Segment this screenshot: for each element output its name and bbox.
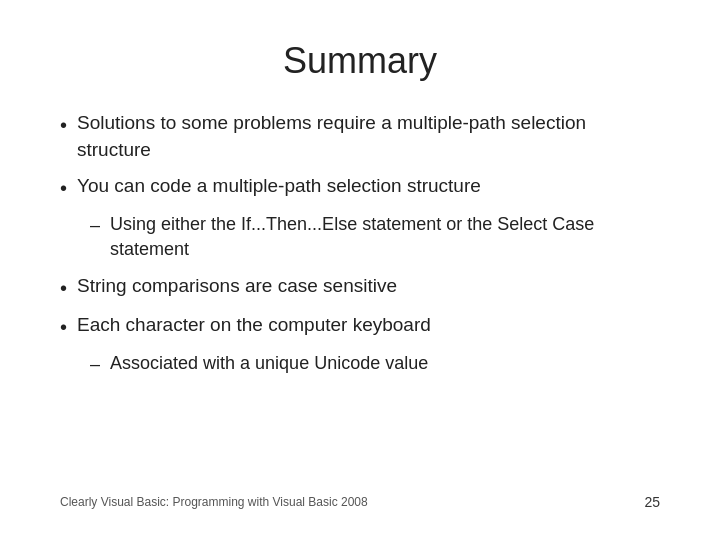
slide-footer: Clearly Visual Basic: Programming with V…: [60, 484, 660, 510]
sub-bullet-text-2: Associated with a unique Unicode value: [110, 351, 660, 376]
sub-bullet-item-2: – Associated with a unique Unicode value: [90, 351, 660, 377]
bullet-text-1: Solutions to some problems require a mul…: [77, 110, 660, 163]
sub-bullet-dash-2: –: [90, 352, 100, 377]
bullet-item-1: • Solutions to some problems require a m…: [60, 110, 660, 163]
bullet-dot-1: •: [60, 111, 67, 139]
bullet-dot-2: •: [60, 174, 67, 202]
bullet-dot-4: •: [60, 313, 67, 341]
bullet-text-4: Each character on the computer keyboard: [77, 312, 660, 339]
footer-left-text: Clearly Visual Basic: Programming with V…: [60, 495, 368, 509]
sub-bullet-dash-1: –: [90, 213, 100, 238]
bullet-item-2: • You can code a multiple-path selection…: [60, 173, 660, 202]
content-area: • Solutions to some problems require a m…: [60, 110, 660, 484]
bullet-dot-3: •: [60, 274, 67, 302]
sub-bullet-text-1: Using either the If...Then...Else statem…: [110, 212, 660, 262]
sub-bullet-item-1: – Using either the If...Then...Else stat…: [90, 212, 660, 262]
bullet-text-2: You can code a multiple-path selection s…: [77, 173, 660, 200]
bullet-item-4: • Each character on the computer keyboar…: [60, 312, 660, 341]
bullet-item-3: • String comparisons are case sensitive: [60, 273, 660, 302]
slide-title: Summary: [60, 40, 660, 82]
slide: Summary • Solutions to some problems req…: [0, 0, 720, 540]
footer-page-number: 25: [644, 494, 660, 510]
bullet-text-3: String comparisons are case sensitive: [77, 273, 660, 300]
